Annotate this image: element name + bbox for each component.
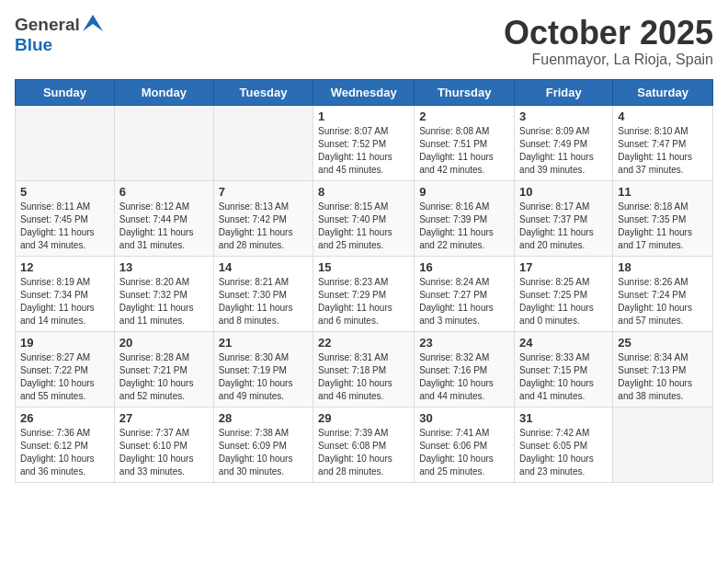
weekday-header: Sunday (16, 79, 115, 105)
calendar-cell (213, 105, 313, 180)
day-info: Sunrise: 7:38 AM Sunset: 6:09 PM Dayligh… (219, 427, 308, 478)
calendar-week-row: 5Sunrise: 8:11 AM Sunset: 7:45 PM Daylig… (16, 180, 713, 256)
svg-marker-0 (83, 15, 103, 31)
day-number: 20 (119, 336, 209, 350)
page-header: General Blue October 2025 Fuenmayor, La … (15, 15, 713, 68)
calendar-cell: 4Sunrise: 8:10 AM Sunset: 7:47 PM Daylig… (613, 105, 713, 180)
day-info: Sunrise: 8:23 AM Sunset: 7:29 PM Dayligh… (318, 276, 409, 327)
calendar-cell: 12Sunrise: 8:19 AM Sunset: 7:34 PM Dayli… (16, 256, 115, 331)
day-number: 17 (519, 260, 608, 274)
day-number: 15 (318, 260, 409, 274)
calendar-cell: 1Sunrise: 8:07 AM Sunset: 7:52 PM Daylig… (313, 105, 415, 180)
weekday-header: Friday (515, 79, 613, 105)
day-number: 1 (318, 109, 409, 123)
day-info: Sunrise: 8:15 AM Sunset: 7:40 PM Dayligh… (318, 201, 409, 252)
day-number: 2 (419, 109, 509, 123)
day-info: Sunrise: 8:13 AM Sunset: 7:42 PM Dayligh… (219, 201, 308, 252)
day-number: 9 (419, 185, 509, 199)
calendar-week-row: 26Sunrise: 7:36 AM Sunset: 6:12 PM Dayli… (16, 407, 713, 482)
calendar-cell: 6Sunrise: 8:12 AM Sunset: 7:44 PM Daylig… (114, 180, 213, 256)
logo-general-text: General (15, 15, 80, 35)
day-info: Sunrise: 7:37 AM Sunset: 6:10 PM Dayligh… (119, 427, 209, 478)
calendar-cell: 24Sunrise: 8:33 AM Sunset: 7:15 PM Dayli… (515, 331, 613, 407)
calendar-cell: 18Sunrise: 8:26 AM Sunset: 7:24 PM Dayli… (613, 256, 713, 331)
calendar-cell: 23Sunrise: 8:32 AM Sunset: 7:16 PM Dayli… (415, 331, 515, 407)
month-title: October 2025 (504, 15, 713, 52)
day-number: 24 (519, 336, 608, 350)
day-number: 19 (20, 336, 109, 350)
calendar-cell (114, 105, 213, 180)
day-info: Sunrise: 8:11 AM Sunset: 7:45 PM Dayligh… (20, 201, 109, 252)
calendar-header-row: SundayMondayTuesdayWednesdayThursdayFrid… (16, 79, 713, 105)
calendar-cell: 31Sunrise: 7:42 AM Sunset: 6:05 PM Dayli… (515, 407, 613, 482)
calendar-cell: 20Sunrise: 8:28 AM Sunset: 7:21 PM Dayli… (114, 331, 213, 407)
day-number: 26 (20, 411, 109, 425)
day-number: 31 (519, 411, 608, 425)
calendar-cell: 9Sunrise: 8:16 AM Sunset: 7:39 PM Daylig… (415, 180, 515, 256)
day-info: Sunrise: 8:19 AM Sunset: 7:34 PM Dayligh… (20, 276, 109, 327)
day-info: Sunrise: 8:21 AM Sunset: 7:30 PM Dayligh… (219, 276, 308, 327)
day-number: 21 (219, 336, 308, 350)
weekday-header: Wednesday (313, 79, 415, 105)
day-number: 22 (318, 336, 409, 350)
calendar-cell: 21Sunrise: 8:30 AM Sunset: 7:19 PM Dayli… (213, 331, 313, 407)
day-info: Sunrise: 8:26 AM Sunset: 7:24 PM Dayligh… (618, 276, 708, 327)
calendar-cell: 26Sunrise: 7:36 AM Sunset: 6:12 PM Dayli… (16, 407, 115, 482)
day-number: 13 (119, 260, 209, 274)
day-number: 11 (618, 185, 708, 199)
location: Fuenmayor, La Rioja, Spain (504, 52, 713, 68)
day-info: Sunrise: 8:31 AM Sunset: 7:18 PM Dayligh… (318, 351, 409, 403)
logo: General Blue (15, 15, 103, 55)
day-info: Sunrise: 8:17 AM Sunset: 7:37 PM Dayligh… (519, 201, 608, 252)
day-number: 30 (419, 411, 509, 425)
day-number: 23 (419, 336, 509, 350)
day-number: 14 (219, 260, 308, 274)
day-info: Sunrise: 8:18 AM Sunset: 7:35 PM Dayligh… (618, 201, 708, 252)
calendar-cell: 19Sunrise: 8:27 AM Sunset: 7:22 PM Dayli… (16, 331, 115, 407)
weekday-header: Monday (114, 79, 213, 105)
calendar-cell: 5Sunrise: 8:11 AM Sunset: 7:45 PM Daylig… (16, 180, 115, 256)
day-info: Sunrise: 8:34 AM Sunset: 7:13 PM Dayligh… (618, 351, 708, 403)
calendar-cell: 22Sunrise: 8:31 AM Sunset: 7:18 PM Dayli… (313, 331, 415, 407)
logo-blue-text: Blue (15, 35, 52, 55)
day-number: 8 (318, 185, 409, 199)
day-info: Sunrise: 7:41 AM Sunset: 6:06 PM Dayligh… (419, 427, 509, 478)
day-number: 28 (219, 411, 308, 425)
calendar-cell: 29Sunrise: 7:39 AM Sunset: 6:08 PM Dayli… (313, 407, 415, 482)
day-info: Sunrise: 8:33 AM Sunset: 7:15 PM Dayligh… (519, 351, 608, 403)
weekday-header: Saturday (613, 79, 713, 105)
calendar-cell: 8Sunrise: 8:15 AM Sunset: 7:40 PM Daylig… (313, 180, 415, 256)
calendar-cell: 13Sunrise: 8:20 AM Sunset: 7:32 PM Dayli… (114, 256, 213, 331)
calendar-cell: 15Sunrise: 8:23 AM Sunset: 7:29 PM Dayli… (313, 256, 415, 331)
calendar-cell: 27Sunrise: 7:37 AM Sunset: 6:10 PM Dayli… (114, 407, 213, 482)
calendar-table: SundayMondayTuesdayWednesdayThursdayFrid… (15, 79, 713, 483)
calendar-cell: 14Sunrise: 8:21 AM Sunset: 7:30 PM Dayli… (213, 256, 313, 331)
day-info: Sunrise: 7:42 AM Sunset: 6:05 PM Dayligh… (519, 427, 608, 478)
day-info: Sunrise: 8:32 AM Sunset: 7:16 PM Dayligh… (419, 351, 509, 403)
day-number: 16 (419, 260, 509, 274)
logo-bird-icon (83, 15, 103, 31)
day-number: 25 (618, 336, 708, 350)
day-info: Sunrise: 8:20 AM Sunset: 7:32 PM Dayligh… (119, 276, 209, 327)
calendar-cell: 2Sunrise: 8:08 AM Sunset: 7:51 PM Daylig… (415, 105, 515, 180)
calendar-cell: 25Sunrise: 8:34 AM Sunset: 7:13 PM Dayli… (613, 331, 713, 407)
title-block: October 2025 Fuenmayor, La Rioja, Spain (504, 15, 713, 68)
day-info: Sunrise: 8:30 AM Sunset: 7:19 PM Dayligh… (219, 351, 308, 403)
calendar-week-row: 12Sunrise: 8:19 AM Sunset: 7:34 PM Dayli… (16, 256, 713, 331)
day-number: 4 (618, 109, 708, 123)
calendar-cell: 3Sunrise: 8:09 AM Sunset: 7:49 PM Daylig… (515, 105, 613, 180)
calendar-cell: 30Sunrise: 7:41 AM Sunset: 6:06 PM Dayli… (415, 407, 515, 482)
day-number: 12 (20, 260, 109, 274)
day-info: Sunrise: 7:39 AM Sunset: 6:08 PM Dayligh… (318, 427, 409, 478)
day-info: Sunrise: 8:27 AM Sunset: 7:22 PM Dayligh… (20, 351, 109, 403)
day-number: 29 (318, 411, 409, 425)
day-number: 27 (119, 411, 209, 425)
weekday-header: Thursday (415, 79, 515, 105)
calendar-cell: 16Sunrise: 8:24 AM Sunset: 7:27 PM Dayli… (415, 256, 515, 331)
day-number: 10 (519, 185, 608, 199)
day-info: Sunrise: 8:16 AM Sunset: 7:39 PM Dayligh… (419, 201, 509, 252)
day-info: Sunrise: 8:08 AM Sunset: 7:51 PM Dayligh… (419, 125, 509, 177)
day-number: 6 (119, 185, 209, 199)
calendar-cell: 7Sunrise: 8:13 AM Sunset: 7:42 PM Daylig… (213, 180, 313, 256)
calendar-week-row: 1Sunrise: 8:07 AM Sunset: 7:52 PM Daylig… (16, 105, 713, 180)
